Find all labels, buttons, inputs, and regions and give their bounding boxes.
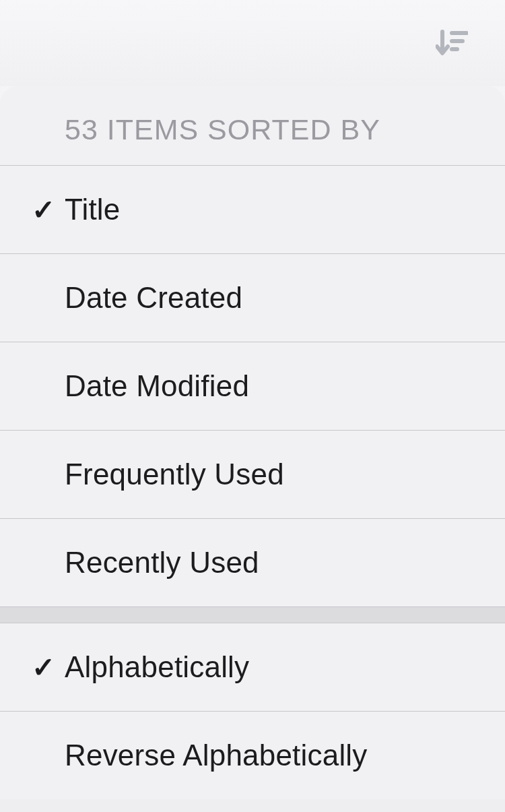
checkmark-icon: ✓ — [32, 651, 55, 684]
check-slot: ✓ — [22, 193, 65, 226]
check-slot: ✓ — [22, 651, 65, 684]
sort-option-frequently-used[interactable]: Frequently Used — [0, 430, 505, 518]
option-label: Date Created — [65, 281, 242, 315]
option-label: Title — [65, 193, 121, 226]
option-label: Frequently Used — [65, 458, 284, 491]
section-header: 53 ITEMS SORTED BY — [0, 86, 505, 165]
order-option-reverse-alphabetically[interactable]: Reverse Alphabetically — [0, 711, 505, 799]
order-option-alphabetically[interactable]: ✓ Alphabetically — [0, 623, 505, 711]
sort-option-date-created[interactable]: Date Created — [0, 253, 505, 342]
sort-panel: 53 ITEMS SORTED BY ✓ Title Date Created … — [0, 86, 505, 799]
checkmark-icon: ✓ — [32, 193, 55, 226]
sort-descending-icon[interactable] — [436, 29, 468, 57]
toolbar — [0, 0, 505, 86]
sort-option-recently-used[interactable]: Recently Used — [0, 518, 505, 606]
section-divider — [0, 606, 505, 623]
option-label: Date Modified — [65, 369, 249, 403]
sort-option-title[interactable]: ✓ Title — [0, 165, 505, 253]
sort-option-date-modified[interactable]: Date Modified — [0, 342, 505, 430]
option-label: Reverse Alphabetically — [65, 739, 368, 772]
option-label: Recently Used — [65, 546, 259, 580]
option-label: Alphabetically — [65, 650, 249, 684]
